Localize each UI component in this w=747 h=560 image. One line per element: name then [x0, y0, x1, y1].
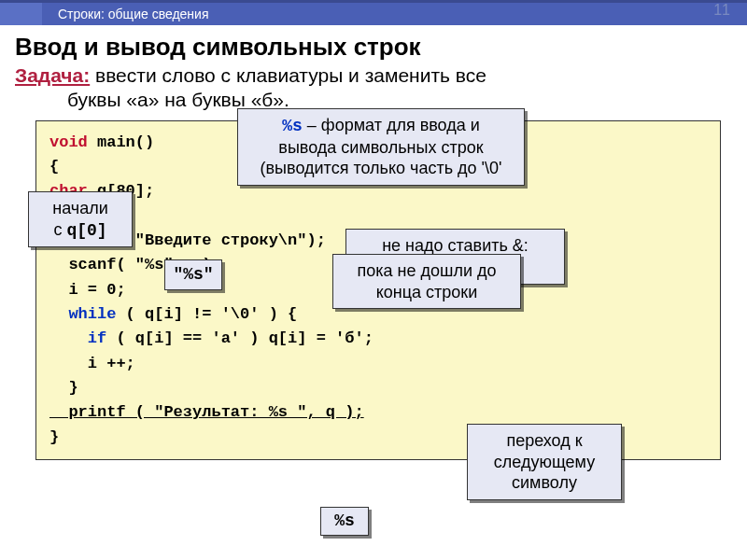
annot-text: символу [472, 472, 617, 494]
code-line: } [49, 376, 707, 400]
annotation-percent-s-format: %s – формат для ввода и вывода символьны… [237, 108, 525, 186]
code-line: printf ( "Результат: %s ", q ); [49, 400, 707, 425]
task-label: Задача: [15, 64, 90, 86]
annot-text: (выводится только часть до '\0' [242, 158, 520, 179]
annot-text: начали [33, 198, 128, 219]
annotation-next-symbol: переход к следующему символу [467, 424, 622, 500]
annot-text: конца строки [337, 282, 516, 303]
page-number: 11 [713, 2, 730, 19]
annot-text: %s – формат для ввода и [242, 115, 520, 137]
annotation-while-loop: пока не дошли до конца строки [332, 254, 521, 309]
code-line: if ( q[i] == 'а' ) q[i] = 'б'; [49, 327, 707, 351]
annotation-start-q0: начали с q[0] [28, 191, 133, 247]
annot-text: с q[0] [33, 219, 128, 242]
task-line1: ввести слово с клавиатуры и заменить все [90, 64, 486, 86]
code-line: int i; [49, 204, 707, 229]
annot-text: переход к [472, 430, 617, 452]
task-description: Задача: ввести слово с клавиатуры и заме… [0, 63, 747, 115]
annot-text: следующему [472, 452, 617, 473]
annotation-format-string: "%s" [164, 259, 222, 290]
code-line: i ++; [49, 352, 707, 376]
annot-text: пока не дошли до [337, 260, 516, 282]
breadcrumb: Строки: общие сведения [58, 7, 209, 21]
slide-title: Ввод и вывод символьных строк [0, 25, 747, 63]
header-accent [0, 3, 42, 25]
annotation-format-s-bottom: %s [320, 507, 369, 536]
annot-text: вывода символьных строк [242, 137, 520, 159]
header-bar: Строки: общие сведения [0, 0, 747, 25]
